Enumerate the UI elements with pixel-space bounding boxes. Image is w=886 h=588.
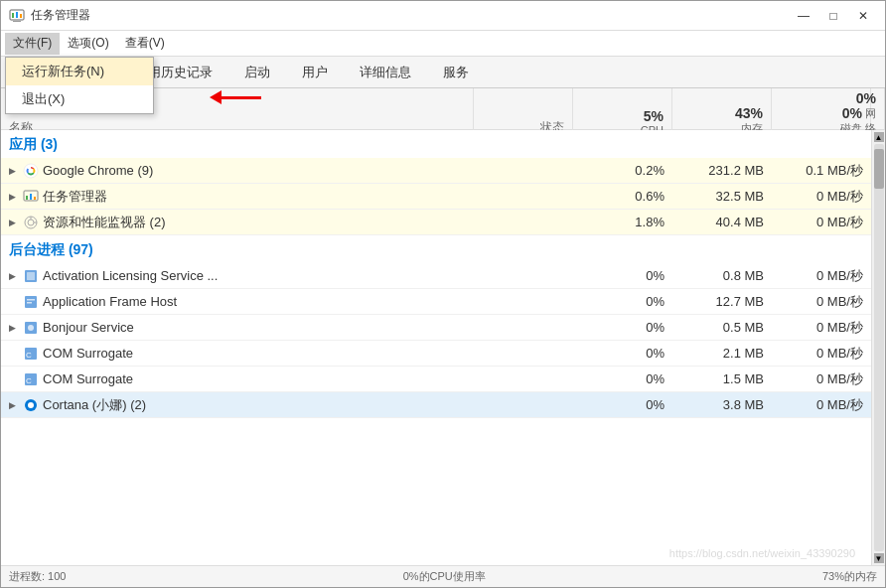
app-icon: [9, 8, 25, 24]
cpu-cell: 0.2%: [573, 163, 672, 178]
cpu-cell: 0%: [573, 346, 672, 361]
svg-rect-9: [30, 194, 32, 200]
process-name-resmon: ▶ 资源和性能监视器 (2): [1, 214, 474, 231]
scroll-thumb[interactable]: [874, 149, 884, 189]
status-cpu: 0%的CPU使用率: [403, 569, 486, 584]
mem-cell: 1.5 MB: [672, 371, 772, 386]
cpu-cell: 0%: [573, 397, 672, 412]
svg-rect-10: [34, 197, 36, 200]
appframe-icon: [23, 294, 39, 310]
tab-services[interactable]: 服务: [428, 58, 484, 87]
cpu-cell: 0.6%: [573, 189, 672, 204]
table-row[interactable]: ▶ 资源和性能监视器 (2) 1.8% 40.4 MB 0 MB/秒 0 Mbp…: [1, 210, 885, 235]
arrow-head: [210, 90, 222, 104]
table-row[interactable]: ▶ C COM Surrogate 0% 1.5 MB 0 MB/秒 0 Mbp…: [1, 367, 885, 392]
service-icon: [23, 320, 39, 336]
disk-cell: 0 MB/秒: [772, 319, 871, 337]
status-bar: 进程数: 100 0%的CPU使用率 73%的内存: [1, 565, 885, 587]
minimize-button[interactable]: —: [790, 5, 817, 27]
monitor-icon: [23, 215, 39, 230]
disk-cell: 0 MB/秒: [772, 345, 871, 363]
file-dropdown: 运行新任务(N) 退出(X): [5, 57, 154, 114]
menu-exit[interactable]: 退出(X): [6, 85, 153, 113]
svg-point-6: [29, 168, 34, 173]
disk-cell: 0 MB/秒: [772, 293, 871, 311]
close-button[interactable]: ✕: [849, 5, 877, 27]
table-row[interactable]: ▶ Cortana (小娜) (2) 0% 3.8 MB 0 MB/秒 0 Mb…: [1, 392, 885, 418]
highlight-arrow: [210, 90, 261, 104]
mem-cell: 231.2 MB: [672, 163, 772, 178]
expand-icon[interactable]: ▶: [5, 216, 19, 229]
gear-icon: [23, 268, 39, 284]
expand-icon[interactable]: ▶: [5, 190, 19, 204]
watermark: https://blog.csdn.net/weixin_43390290: [669, 547, 855, 559]
table-row[interactable]: ▶ C COM Surrogate 0% 2.1 MB 0 MB/秒 0 Mbp…: [1, 341, 885, 367]
table-row[interactable]: ▶ Application Frame Host 0% 12.7 MB 0 MB…: [1, 289, 885, 315]
mem-cell: 32.5 MB: [672, 189, 772, 204]
svg-rect-8: [26, 196, 28, 200]
scrollbar[interactable]: ▲ ▼: [871, 130, 885, 565]
expand-icon[interactable]: ▶: [5, 164, 19, 178]
table-row[interactable]: ▶ Bonjour Service 0% 0.5 MB 0 MB/秒 0 Mbp…: [1, 315, 885, 341]
apps-section-header: 应用 (3): [1, 130, 885, 158]
cpu-cell: 0%: [573, 371, 672, 386]
disk-cell: 0.1 MB/秒: [772, 162, 871, 180]
svg-point-12: [28, 220, 34, 225]
menu-options[interactable]: 选项(O): [60, 33, 116, 55]
mem-cell: 2.1 MB: [672, 346, 772, 361]
process-name-com2: ▶ C COM Surrogate: [1, 371, 474, 387]
table-row[interactable]: ▶ 任务管理器 0.6% 32.5 MB 0 MB/秒 0 Mbps: [1, 184, 885, 210]
cpu-cell: 0%: [573, 268, 672, 283]
process-name-com1: ▶ C COM Surrogate: [1, 346, 474, 362]
process-name-bonjour: ▶ Bonjour Service: [1, 320, 474, 336]
disk-cell: 0 MB/秒: [772, 370, 871, 388]
process-name-als: ▶ Activation Licensing Service ...: [1, 268, 474, 284]
tab-users[interactable]: 用户: [287, 58, 343, 87]
svg-point-27: [28, 402, 34, 408]
process-list[interactable]: 应用 (3) ▶ Google Chrome (9): [1, 130, 885, 565]
window-controls: — □ ✕: [790, 5, 877, 27]
disk-cell: 0 MB/秒: [772, 396, 871, 414]
disk-cell: 0 MB/秒: [772, 267, 871, 285]
menu-file[interactable]: 文件(F): [5, 33, 60, 55]
svg-text:C: C: [26, 376, 32, 385]
mem-cell: 0.8 MB: [672, 268, 772, 283]
cpu-cell: 0%: [573, 294, 672, 309]
process-name-chrome: ▶ Google Chrome (9): [1, 163, 474, 179]
tab-details[interactable]: 详细信息: [345, 58, 426, 87]
scroll-up-btn[interactable]: ▲: [874, 132, 884, 142]
expand-icon[interactable]: ▶: [5, 398, 19, 412]
svg-rect-1: [12, 13, 14, 18]
table-row[interactable]: ▶ Google Chrome (9) 0.2% 231.2 MB 0.1 MB…: [1, 158, 885, 184]
cortana-icon: [23, 397, 39, 413]
window-title: 任务管理器: [31, 7, 90, 24]
svg-rect-19: [27, 302, 32, 304]
svg-rect-16: [27, 272, 35, 280]
comsurr-icon: C: [23, 346, 39, 362]
table-row[interactable]: ▶ Activation Licensing Service ... 0% 0.…: [1, 263, 885, 289]
chrome-icon: [23, 163, 39, 179]
svg-rect-18: [27, 299, 35, 301]
process-name-afh: ▶ Application Frame Host: [1, 294, 474, 310]
scroll-down-btn[interactable]: ▼: [874, 553, 884, 563]
svg-rect-2: [16, 12, 18, 18]
disk-cell: 0 MB/秒: [772, 214, 871, 231]
status-processes: 进程数: 100: [9, 569, 66, 584]
tab-startup[interactable]: 启动: [229, 58, 285, 87]
main-window: 任务管理器 — □ ✕ 文件(F) 选项(O) 查看(V) 运行新任务(N) 退…: [0, 0, 886, 588]
bg-section-header: 后台进程 (97): [1, 235, 885, 263]
status-mem: 73%的内存: [822, 569, 877, 584]
expand-icon[interactable]: ▶: [5, 321, 19, 335]
maximize-button[interactable]: □: [819, 5, 847, 27]
taskmgr-icon: [23, 189, 39, 205]
process-name-taskmgr: ▶ 任务管理器: [1, 188, 474, 206]
mem-cell: 0.5 MB: [672, 320, 772, 335]
disk-cell: 0 MB/秒: [772, 188, 871, 206]
menu-view[interactable]: 查看(V): [117, 33, 173, 55]
title-bar-left: 任务管理器: [9, 7, 90, 24]
arrow-line: [222, 96, 261, 99]
cpu-cell: 1.8%: [573, 215, 672, 229]
mem-cell: 40.4 MB: [672, 215, 772, 229]
expand-icon[interactable]: ▶: [5, 269, 19, 283]
menu-run-new-task[interactable]: 运行新任务(N): [6, 58, 153, 85]
